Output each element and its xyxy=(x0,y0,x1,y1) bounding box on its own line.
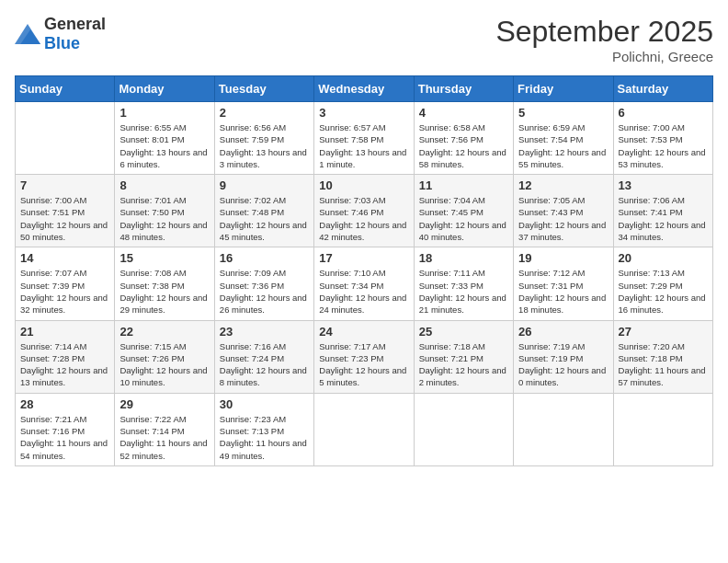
calendar-cell xyxy=(514,393,613,465)
calendar-header-tuesday: Tuesday xyxy=(214,76,313,102)
calendar-cell: 19Sunrise: 7:12 AMSunset: 7:31 PMDayligh… xyxy=(514,247,613,320)
calendar-cell: 24Sunrise: 7:17 AMSunset: 7:23 PMDayligh… xyxy=(314,320,414,393)
day-info: Sunrise: 7:15 AMSunset: 7:26 PMDaylight:… xyxy=(119,340,209,389)
day-number: 17 xyxy=(319,251,408,265)
day-number: 14 xyxy=(20,251,109,265)
calendar-header-friday: Friday xyxy=(514,76,613,102)
day-number: 24 xyxy=(319,325,408,339)
day-number: 2 xyxy=(220,106,309,120)
day-number: 7 xyxy=(20,178,109,192)
location-title: Polichni, Greece xyxy=(495,49,713,64)
calendar-week-2: 7Sunrise: 7:00 AMSunset: 7:51 PMDaylight… xyxy=(16,175,713,247)
day-number: 27 xyxy=(619,325,708,339)
day-number: 9 xyxy=(220,178,309,192)
day-info: Sunrise: 7:09 AMSunset: 7:36 PMDaylight:… xyxy=(220,267,309,316)
calendar-header-saturday: Saturday xyxy=(613,76,712,102)
logo-icon xyxy=(15,24,40,44)
calendar-week-4: 21Sunrise: 7:14 AMSunset: 7:28 PMDayligh… xyxy=(16,320,713,393)
calendar-cell xyxy=(613,393,712,465)
day-number: 1 xyxy=(119,106,209,120)
day-number: 20 xyxy=(619,251,708,265)
calendar-cell: 4Sunrise: 6:58 AMSunset: 7:56 PMDaylight… xyxy=(414,102,513,175)
logo: General Blue xyxy=(15,15,106,53)
calendar-cell: 17Sunrise: 7:10 AMSunset: 7:34 PMDayligh… xyxy=(314,247,414,320)
day-info: Sunrise: 7:06 AMSunset: 7:41 PMDaylight:… xyxy=(619,194,708,243)
day-number: 15 xyxy=(119,251,209,265)
calendar-cell xyxy=(314,393,414,465)
day-info: Sunrise: 7:11 AMSunset: 7:33 PMDaylight:… xyxy=(419,267,508,316)
calendar-week-3: 14Sunrise: 7:07 AMSunset: 7:39 PMDayligh… xyxy=(16,247,713,320)
calendar-cell: 15Sunrise: 7:08 AMSunset: 7:38 PMDayligh… xyxy=(115,247,214,320)
day-number: 28 xyxy=(20,397,109,411)
day-info: Sunrise: 7:16 AMSunset: 7:24 PMDaylight:… xyxy=(220,340,309,389)
day-number: 16 xyxy=(220,251,309,265)
title-block: September 2025 Polichni, Greece xyxy=(495,15,713,64)
day-info: Sunrise: 7:07 AMSunset: 7:39 PMDaylight:… xyxy=(20,267,109,316)
calendar-cell: 21Sunrise: 7:14 AMSunset: 7:28 PMDayligh… xyxy=(16,320,115,393)
calendar-cell: 7Sunrise: 7:00 AMSunset: 7:51 PMDaylight… xyxy=(16,175,115,247)
logo-general: General xyxy=(44,15,106,33)
day-info: Sunrise: 7:20 AMSunset: 7:18 PMDaylight:… xyxy=(619,340,708,389)
day-info: Sunrise: 7:22 AMSunset: 7:14 PMDaylight:… xyxy=(119,413,209,462)
day-info: Sunrise: 7:12 AMSunset: 7:31 PMDaylight:… xyxy=(518,267,608,316)
day-info: Sunrise: 7:00 AMSunset: 7:53 PMDaylight:… xyxy=(619,121,708,170)
day-number: 8 xyxy=(119,178,209,192)
day-info: Sunrise: 7:18 AMSunset: 7:21 PMDaylight:… xyxy=(419,340,508,389)
calendar-header-sunday: Sunday xyxy=(16,76,115,102)
day-info: Sunrise: 7:14 AMSunset: 7:28 PMDaylight:… xyxy=(20,340,109,389)
calendar-cell: 6Sunrise: 7:00 AMSunset: 7:53 PMDaylight… xyxy=(613,102,712,175)
day-info: Sunrise: 6:58 AMSunset: 7:56 PMDaylight:… xyxy=(419,121,508,170)
day-number: 22 xyxy=(119,325,209,339)
day-number: 23 xyxy=(220,325,309,339)
day-info: Sunrise: 6:56 AMSunset: 7:59 PMDaylight:… xyxy=(220,121,309,170)
calendar-cell: 27Sunrise: 7:20 AMSunset: 7:18 PMDayligh… xyxy=(613,320,712,393)
day-number: 21 xyxy=(20,325,109,339)
day-info: Sunrise: 7:01 AMSunset: 7:50 PMDaylight:… xyxy=(119,194,209,243)
logo-text: General Blue xyxy=(44,15,106,53)
calendar-header-row: SundayMondayTuesdayWednesdayThursdayFrid… xyxy=(16,76,713,102)
page-header: General Blue September 2025 Polichni, Gr… xyxy=(15,15,713,64)
day-number: 13 xyxy=(619,178,708,192)
calendar-cell: 10Sunrise: 7:03 AMSunset: 7:46 PMDayligh… xyxy=(314,175,414,247)
calendar-table: SundayMondayTuesdayWednesdayThursdayFrid… xyxy=(15,75,713,466)
day-info: Sunrise: 6:57 AMSunset: 7:58 PMDaylight:… xyxy=(319,121,408,170)
day-info: Sunrise: 7:03 AMSunset: 7:46 PMDaylight:… xyxy=(319,194,408,243)
calendar-cell xyxy=(16,102,115,175)
day-info: Sunrise: 7:00 AMSunset: 7:51 PMDaylight:… xyxy=(20,194,109,243)
calendar-header-thursday: Thursday xyxy=(414,76,513,102)
day-number: 25 xyxy=(419,325,508,339)
calendar-week-5: 28Sunrise: 7:21 AMSunset: 7:16 PMDayligh… xyxy=(16,393,713,465)
calendar-cell: 3Sunrise: 6:57 AMSunset: 7:58 PMDaylight… xyxy=(314,102,414,175)
day-info: Sunrise: 7:17 AMSunset: 7:23 PMDaylight:… xyxy=(319,340,408,389)
calendar-cell: 18Sunrise: 7:11 AMSunset: 7:33 PMDayligh… xyxy=(414,247,513,320)
logo-blue: Blue xyxy=(44,34,80,52)
day-info: Sunrise: 7:05 AMSunset: 7:43 PMDaylight:… xyxy=(518,194,608,243)
calendar-cell: 14Sunrise: 7:07 AMSunset: 7:39 PMDayligh… xyxy=(16,247,115,320)
calendar-cell: 11Sunrise: 7:04 AMSunset: 7:45 PMDayligh… xyxy=(414,175,513,247)
day-number: 19 xyxy=(518,251,608,265)
calendar-cell: 8Sunrise: 7:01 AMSunset: 7:50 PMDaylight… xyxy=(115,175,214,247)
day-info: Sunrise: 7:04 AMSunset: 7:45 PMDaylight:… xyxy=(419,194,508,243)
day-info: Sunrise: 7:23 AMSunset: 7:13 PMDaylight:… xyxy=(220,413,309,462)
day-number: 18 xyxy=(419,251,508,265)
calendar-cell: 2Sunrise: 6:56 AMSunset: 7:59 PMDaylight… xyxy=(214,102,313,175)
day-number: 10 xyxy=(319,178,408,192)
day-info: Sunrise: 6:59 AMSunset: 7:54 PMDaylight:… xyxy=(518,121,608,170)
day-number: 5 xyxy=(518,106,608,120)
day-number: 30 xyxy=(220,397,309,411)
day-info: Sunrise: 7:02 AMSunset: 7:48 PMDaylight:… xyxy=(220,194,309,243)
calendar-cell: 16Sunrise: 7:09 AMSunset: 7:36 PMDayligh… xyxy=(214,247,313,320)
day-info: Sunrise: 7:19 AMSunset: 7:19 PMDaylight:… xyxy=(518,340,608,389)
calendar-cell: 23Sunrise: 7:16 AMSunset: 7:24 PMDayligh… xyxy=(214,320,313,393)
day-number: 3 xyxy=(319,106,408,120)
day-info: Sunrise: 6:55 AMSunset: 8:01 PMDaylight:… xyxy=(119,121,209,170)
day-number: 29 xyxy=(119,397,209,411)
day-info: Sunrise: 7:10 AMSunset: 7:34 PMDaylight:… xyxy=(319,267,408,316)
day-number: 6 xyxy=(619,106,708,120)
calendar-cell: 5Sunrise: 6:59 AMSunset: 7:54 PMDaylight… xyxy=(514,102,613,175)
calendar-cell: 25Sunrise: 7:18 AMSunset: 7:21 PMDayligh… xyxy=(414,320,513,393)
calendar-header-wednesday: Wednesday xyxy=(314,76,414,102)
calendar-cell: 13Sunrise: 7:06 AMSunset: 7:41 PMDayligh… xyxy=(613,175,712,247)
calendar-cell: 9Sunrise: 7:02 AMSunset: 7:48 PMDaylight… xyxy=(214,175,313,247)
calendar-cell: 30Sunrise: 7:23 AMSunset: 7:13 PMDayligh… xyxy=(214,393,313,465)
